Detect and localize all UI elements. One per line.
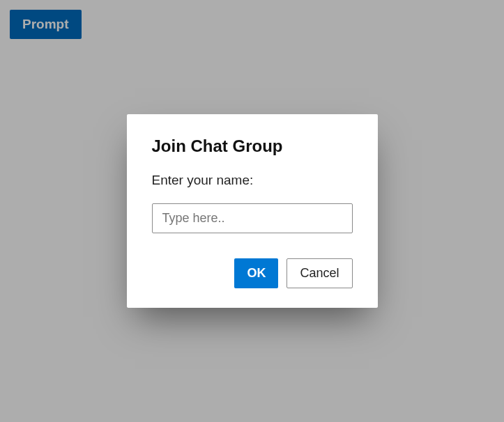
dialog-title: Join Chat Group	[152, 136, 353, 156]
page-root: Prompt Join Chat Group Enter your name: …	[0, 0, 504, 422]
ok-button[interactable]: OK	[234, 258, 278, 288]
dialog-actions: OK Cancel	[152, 258, 353, 288]
modal-overlay[interactable]: Join Chat Group Enter your name: OK Canc…	[0, 0, 504, 422]
name-input[interactable]	[152, 203, 353, 233]
dialog-label: Enter your name:	[152, 173, 353, 188]
cancel-button[interactable]: Cancel	[287, 258, 352, 288]
prompt-dialog: Join Chat Group Enter your name: OK Canc…	[127, 114, 378, 308]
